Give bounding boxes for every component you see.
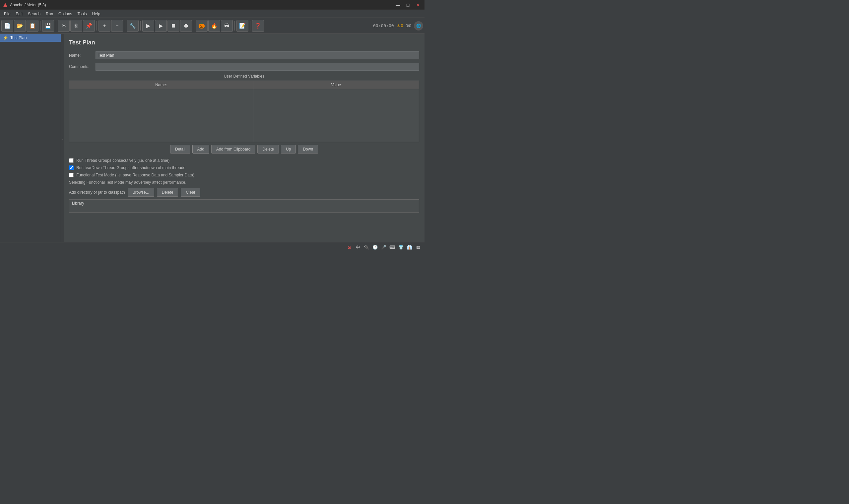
window-controls: — □ ✕ bbox=[394, 2, 422, 8]
drag-handle[interactable]: ⋮ bbox=[61, 34, 64, 242]
up-button[interactable]: Up bbox=[281, 145, 296, 154]
warning-icon: ⚠ bbox=[397, 23, 400, 28]
name-row: Name: bbox=[69, 51, 419, 59]
close-button[interactable]: ✕ bbox=[414, 2, 422, 8]
toolbar-separator-after-notepad bbox=[250, 21, 250, 31]
paste-toolbar-button[interactable]: 📌 bbox=[83, 20, 95, 32]
comments-input[interactable] bbox=[95, 63, 419, 71]
title-bar: Apache JMeter (5.3) — □ ✕ bbox=[0, 0, 424, 10]
user-defined-variables-section: User Defined Variables Name: Value bbox=[69, 74, 419, 154]
classpath-row: Add directory or jar to classpath Browse… bbox=[69, 188, 419, 197]
open-toolbar-button[interactable]: 📂 bbox=[14, 20, 26, 32]
table-buttons: Detail Add Add from Clipboard Delete Up … bbox=[69, 145, 419, 154]
checkbox-run-consecutive[interactable] bbox=[69, 158, 74, 163]
counter-display: 0/0 bbox=[405, 23, 411, 28]
menu-run[interactable]: Run bbox=[43, 11, 56, 17]
heapdump-toolbar-button[interactable]: 🎃 bbox=[196, 20, 207, 32]
menu-tools[interactable]: Tools bbox=[75, 11, 89, 17]
checkbox-label-run-consecutive: Run Thread Groups consecutively (i.e. on… bbox=[76, 158, 169, 163]
status-clock-icon: 🕐 bbox=[372, 244, 379, 251]
minimize-button[interactable]: — bbox=[394, 2, 402, 8]
name-input[interactable] bbox=[95, 51, 419, 59]
library-box: Library bbox=[69, 199, 419, 213]
svg-marker-0 bbox=[3, 3, 7, 7]
menu-edit[interactable]: Edit bbox=[13, 11, 25, 17]
checkbox-row-functional-mode: Functional Test Mode (i.e. save Response… bbox=[69, 173, 419, 177]
toolbar-separator-after-remove bbox=[125, 21, 125, 31]
save-toolbar-button[interactable]: 💾 bbox=[42, 20, 54, 32]
status-mic-icon: 🎤 bbox=[380, 244, 387, 251]
remove-toolbar-button[interactable]: − bbox=[111, 20, 123, 32]
toolbar-separator-after-clear-all bbox=[140, 21, 141, 31]
remote-monitor-toolbar-button[interactable]: 🕶 bbox=[221, 20, 233, 32]
notepad-toolbar-button[interactable]: 📝 bbox=[236, 20, 248, 32]
clear-all-toolbar-button[interactable]: 🔧 bbox=[127, 20, 139, 32]
empty-row bbox=[69, 89, 419, 142]
checkbox-run-teardown[interactable] bbox=[69, 165, 74, 170]
time-display: 00:00:00 bbox=[373, 23, 394, 28]
variables-table: Name: Value bbox=[69, 80, 419, 142]
status-bar: S 中 🔌 🕐 🎤 ⌨ 👕 👔 ▦ bbox=[0, 242, 424, 252]
add-button[interactable]: Add bbox=[192, 145, 209, 154]
checkbox-functional-mode[interactable] bbox=[69, 173, 74, 177]
status-zh-icon: 中 bbox=[354, 244, 361, 251]
menu-bar: FileEditSearchRunOptionsToolsHelp bbox=[0, 10, 424, 18]
stop-toolbar-button[interactable]: ⏹ bbox=[167, 20, 179, 32]
new-toolbar-button[interactable]: 📄 bbox=[1, 20, 13, 32]
add-toolbar-button[interactable]: + bbox=[98, 20, 110, 32]
menu-file[interactable]: File bbox=[1, 11, 13, 17]
main-layout: ⚡Test Plan ⋮ Test Plan Name: Comments: U… bbox=[0, 34, 424, 242]
toolbar-separator-after-shutdown bbox=[194, 21, 194, 31]
sidebar-item-icon-test-plan: ⚡ bbox=[3, 35, 8, 40]
run-toolbar-button[interactable]: ▶ bbox=[142, 20, 154, 32]
cut-toolbar-button[interactable]: ✂ bbox=[58, 20, 70, 32]
variables-table-body bbox=[69, 89, 419, 142]
sidebar-item-label-test-plan: Test Plan bbox=[10, 35, 26, 40]
detail-button[interactable]: Detail bbox=[170, 145, 191, 154]
browse-button[interactable]: Browse... bbox=[128, 188, 154, 197]
status-plug-icon: 🔌 bbox=[363, 244, 370, 251]
checkboxes-section: Run Thread Groups consecutively (i.e. on… bbox=[69, 158, 419, 177]
sidebar: ⚡Test Plan bbox=[0, 34, 61, 242]
remote-start-toolbar-button[interactable]: 🔥 bbox=[208, 20, 220, 32]
warning-badge: ⚠ 0 bbox=[397, 23, 403, 28]
toolbar-separator-after-open-recent bbox=[40, 21, 40, 31]
maximize-button[interactable]: □ bbox=[404, 2, 412, 8]
toolbar-right: 00:00:00 ⚠ 0 0/0 🌐 bbox=[373, 21, 423, 31]
comments-label: Comments: bbox=[69, 64, 95, 69]
shutdown-toolbar-button[interactable]: ⏺ bbox=[180, 20, 192, 32]
toolbar-separator-after-save bbox=[56, 21, 56, 31]
col-name: Name: bbox=[69, 81, 253, 89]
down-button[interactable]: Down bbox=[298, 145, 318, 154]
warning-count: 0 bbox=[401, 23, 403, 28]
copy-toolbar-button[interactable]: ⎘ bbox=[70, 20, 82, 32]
window-title: Apache JMeter (5.3) bbox=[10, 3, 394, 7]
open-recent-toolbar-button[interactable]: 📋 bbox=[26, 20, 38, 32]
status-s-icon: S bbox=[346, 244, 353, 251]
checkbox-label-functional-mode: Functional Test Mode (i.e. save Response… bbox=[76, 173, 194, 177]
classpath-label: Add directory or jar to classpath bbox=[69, 190, 125, 195]
name-label: Name: bbox=[69, 53, 95, 58]
udv-title: User Defined Variables bbox=[69, 74, 419, 78]
classpath-delete-button[interactable]: Delete bbox=[157, 188, 178, 197]
menu-help[interactable]: Help bbox=[89, 11, 103, 17]
globe-icon: 🌐 bbox=[414, 21, 423, 31]
menu-options[interactable]: Options bbox=[56, 11, 75, 17]
start-no-pauses-toolbar-button[interactable]: ▶ bbox=[155, 20, 167, 32]
checkbox-row-run-teardown: Run tearDown Thread Groups after shutdow… bbox=[69, 165, 419, 170]
menu-search[interactable]: Search bbox=[25, 11, 43, 17]
comments-row: Comments: bbox=[69, 63, 419, 71]
sidebar-item-test-plan[interactable]: ⚡Test Plan bbox=[0, 34, 61, 42]
clear-button[interactable]: Clear bbox=[181, 188, 200, 197]
col-value: Value bbox=[253, 81, 419, 89]
checkbox-row-run-consecutive: Run Thread Groups consecutively (i.e. on… bbox=[69, 158, 419, 163]
checkbox-label-run-teardown: Run tearDown Thread Groups after shutdow… bbox=[76, 165, 185, 170]
add-from-clipboard-button[interactable]: Add from Clipboard bbox=[211, 145, 255, 154]
delete-button[interactable]: Delete bbox=[257, 145, 279, 154]
panel-title: Test Plan bbox=[69, 39, 419, 46]
help-toolbar-button[interactable]: ❓ bbox=[252, 20, 264, 32]
status-shirt-icon: 👕 bbox=[397, 244, 404, 251]
app-icon bbox=[3, 2, 8, 7]
toolbar-separator-after-paste bbox=[96, 21, 97, 31]
toolbar: 📄📂📋💾✂⎘📌+−🔧▶▶⏹⏺🎃🔥🕶📝❓ 00:00:00 ⚠ 0 0/0 🌐 bbox=[0, 18, 424, 34]
